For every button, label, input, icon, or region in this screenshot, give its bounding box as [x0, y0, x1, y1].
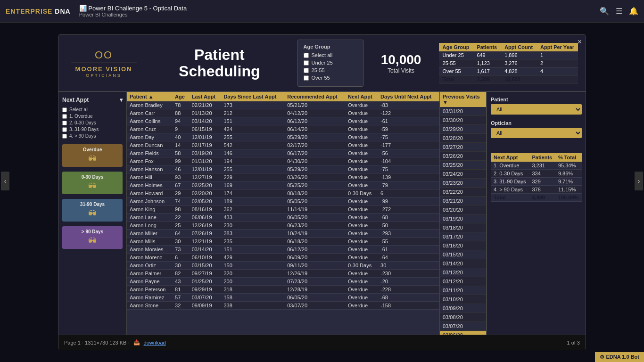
prev-visit-item[interactable]: 03/14/20	[440, 259, 486, 268]
col-days-until[interactable]: Days Until Next Appt	[378, 92, 439, 101]
checkbox-select-all[interactable]	[62, 107, 67, 112]
status-card-overdue[interactable]: Overdue 🕶	[62, 144, 123, 167]
table-row[interactable]: Aaron Payne4301/25/2020007/23/20Overdue-…	[127, 278, 439, 286]
age-checkbox-under25[interactable]	[304, 60, 309, 66]
prev-visit-item[interactable]: 03/12/20	[440, 277, 486, 286]
table-row[interactable]: Aaron Hanson4612/01/1925505/29/20Overdue…	[127, 165, 439, 173]
age-filter-select-all[interactable]: Select all	[304, 52, 357, 58]
checkbox-31-90[interactable]	[62, 127, 67, 132]
table-row[interactable]: Aaron Ortiz3003/15/2015009/11/200-30 Day…	[127, 262, 439, 270]
prev-visit-item[interactable]: 03/11/20	[440, 286, 486, 295]
table-row[interactable]: Aaron Palmer8209/27/1932012/26/19Overdue…	[127, 270, 439, 278]
prev-visit-item[interactable]: 03/31/20	[440, 107, 486, 116]
prev-visit-item[interactable]: 03/06/20	[440, 331, 486, 335]
status-card-31-90[interactable]: 31-90 Days 🕶	[62, 199, 123, 222]
prev-visit-item[interactable]: 03/17/20	[440, 232, 486, 241]
prev-visit-item[interactable]: 03/22/20	[440, 188, 486, 197]
table-row[interactable]: Aaron Moreno606/10/1942906/09/20Overdue-…	[127, 254, 439, 262]
table-row[interactable]: Aaron Carr8801/13/2021204/12/20Overdue-1…	[127, 109, 439, 117]
prev-visit-item[interactable]: 03/24/20	[440, 170, 486, 179]
table-row[interactable]: Aaron King9808/16/1936211/14/19Overdue-2…	[127, 206, 439, 214]
table-row[interactable]: Aaron Ramirez5703/07/2015806/05/20Overdu…	[127, 294, 439, 302]
prev-visit-item[interactable]: 03/27/20	[440, 143, 486, 152]
table-row[interactable]: Aaron Cruz906/15/1942406/14/20Overdue-59	[127, 125, 439, 133]
main-table-wrapper[interactable]: Patient ▲ Age Last Appt Days Since Last …	[127, 92, 439, 335]
filter-0-30[interactable]: 2. 0-30 Days	[62, 120, 123, 125]
prev-visit-item[interactable]: 03/29/20	[440, 125, 486, 134]
table-row[interactable]: Aaron Long2512/26/1923006/23/20Overdue-5…	[127, 222, 439, 230]
table-row[interactable]: Aaron Johnson7402/05/2018905/05/20Overdu…	[127, 197, 439, 206]
prev-visit-item[interactable]: 03/09/20	[440, 304, 486, 313]
next-appt-dropdown-icon[interactable]: ▾	[120, 97, 123, 103]
prev-visit-item[interactable]: 03/25/20	[440, 161, 486, 170]
search-icon[interactable]: 🔍	[600, 7, 609, 16]
prev-visit-item[interactable]: 03/21/20	[440, 197, 486, 206]
table-row[interactable]: Aaron Miller6407/26/1938310/24/19Overdue…	[127, 230, 439, 238]
prev-visit-item[interactable]: 03/20/20	[440, 206, 486, 214]
prev-visit-item[interactable]: 03/18/20	[440, 223, 486, 232]
age-checkbox-25-55[interactable]	[304, 68, 309, 73]
table-row[interactable]: Aaron Peterson8109/29/1931812/28/19Overd…	[127, 286, 439, 294]
table-row[interactable]: Aaron Collins9403/14/2015106/12/20Overdu…	[127, 117, 439, 125]
prev-visit-item[interactable]: 03/26/20	[440, 152, 486, 161]
table-row[interactable]: Aaron Fields5803/19/2014606/17/20Overdue…	[127, 149, 439, 157]
filter-31-90[interactable]: 3. 31-90 Days	[62, 127, 123, 132]
optician-filter-label: Optician	[491, 120, 582, 126]
status-card-90-plus[interactable]: > 90 Days 🕶	[62, 226, 123, 249]
prev-visit-item[interactable]: 03/28/20	[440, 134, 486, 143]
nav-arrow-left[interactable]: ‹	[1, 172, 9, 190]
table-row[interactable]: Aaron Day4012/01/1925505/29/20Overdue-75	[127, 133, 439, 141]
nav-arrow-right[interactable]: ›	[635, 172, 643, 190]
checkbox-90-plus[interactable]	[62, 134, 67, 139]
filter-overdue[interactable]: 1. Overdue	[62, 114, 123, 119]
optician-filter-select[interactable]: All	[491, 128, 582, 138]
bot-area[interactable]: ⚙ EDNA 1.0 Bot	[595, 352, 644, 362]
filter-select-all[interactable]: Select all	[62, 107, 123, 112]
prev-visit-item[interactable]: 03/13/20	[440, 268, 486, 277]
left-sidebar: Next Appt ▾ Select all 1. Overdue 2. 0-3…	[58, 92, 127, 335]
col-age[interactable]: Age	[172, 92, 189, 101]
age-filter-25-55[interactable]: 25-55	[304, 67, 357, 73]
table-row[interactable]: Aaron Fox9901/31/2019404/30/20Overdue-10…	[127, 157, 439, 165]
table-row[interactable]: Aaron Mills3012/21/1923506/18/20Overdue-…	[127, 238, 439, 246]
page-indicator: 1 of 3	[567, 340, 580, 346]
table-row[interactable]: Aaron Duncan1402/17/1954202/17/20Overdue…	[127, 141, 439, 149]
age-group-title: Age Group	[304, 44, 357, 49]
age-checkbox-over55[interactable]	[304, 75, 309, 81]
prev-visit-item[interactable]: 03/30/20	[440, 116, 486, 125]
prev-visit-item[interactable]: 03/07/20	[440, 322, 486, 331]
table-row[interactable]: Aaron Holmes6702/25/2016905/25/20Overdue…	[127, 181, 439, 189]
table-row[interactable]: Aaron Hill9312/27/1922903/26/20Overdue-1…	[127, 173, 439, 181]
col-next-appt[interactable]: Next Appt	[345, 92, 378, 101]
report-title-area: Patient Scheduling	[151, 47, 288, 80]
table-row[interactable]: Aaron Lane2206/06/1943306/05/20Overdue-6…	[127, 214, 439, 222]
status-card-0-30[interactable]: 0-30 Days 🕶	[62, 172, 123, 194]
prev-visit-item[interactable]: 03/19/20	[440, 214, 486, 223]
col-recommended[interactable]: Recommended Appt	[284, 92, 345, 101]
checkbox-0-30[interactable]	[62, 121, 67, 125]
download-link[interactable]: download	[144, 340, 166, 346]
col-patient[interactable]: Patient ▲	[127, 92, 172, 101]
table-row[interactable]: Aaron Stone3209/09/1933803/07/20Overdue-…	[127, 302, 439, 310]
table-row[interactable]: Aaron Bradley7802/21/2017305/21/20Overdu…	[127, 101, 439, 109]
age-checkbox-select-all[interactable]	[304, 53, 309, 58]
prev-visit-item[interactable]: 03/08/20	[440, 313, 486, 322]
prev-visit-item[interactable]: 03/23/20	[440, 179, 486, 188]
age-filter-under25[interactable]: Under 25	[304, 60, 357, 66]
checkbox-overdue[interactable]	[62, 114, 67, 119]
prev-visit-item[interactable]: 03/15/20	[440, 250, 486, 259]
menu-icon[interactable]: ☰	[616, 7, 622, 16]
patient-filter-select[interactable]: All	[491, 104, 582, 115]
col-days-since[interactable]: Days Since Last Appt	[221, 92, 284, 101]
prev-visits-list[interactable]: 03/31/2003/30/2003/29/2003/28/2003/27/20…	[440, 107, 486, 335]
notification-icon[interactable]: 🔔	[629, 7, 638, 16]
age-filter-over55[interactable]: Over 55	[304, 75, 357, 81]
close-button[interactable]: ×	[578, 38, 582, 46]
prev-visit-item[interactable]: 03/10/20	[440, 295, 486, 304]
filter-90-plus[interactable]: 4. > 90 Days	[62, 133, 123, 139]
table-row[interactable]: Aaron Howard2902/20/2017408/18/200-30 Da…	[127, 189, 439, 197]
table-row[interactable]: Aaron Morales7303/14/2015106/12/20Overdu…	[127, 246, 439, 254]
prev-visit-item[interactable]: 03/16/20	[440, 241, 486, 250]
logo-text: MOORE VISION	[75, 66, 132, 73]
col-last-appt[interactable]: Last Appt	[189, 92, 221, 101]
